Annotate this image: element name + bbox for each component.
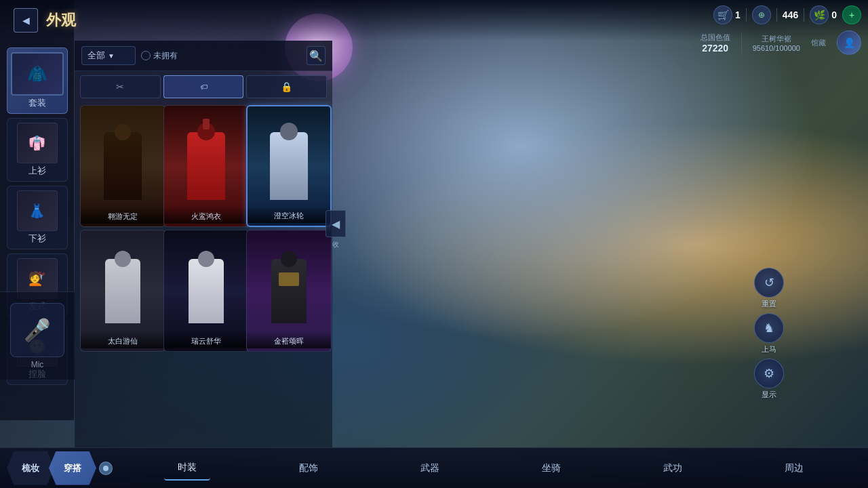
color-label: 总国色值 xyxy=(701,33,730,43)
collapse-btn-area: ◀ 收 xyxy=(326,210,346,249)
top-icon: 👘 xyxy=(28,135,45,151)
hud-divider-1 xyxy=(746,8,747,22)
mount-icon: ♞ xyxy=(754,313,784,343)
outfit-item-3[interactable]: 澄空冰轮 xyxy=(246,105,332,227)
nav-skill[interactable]: 武功 xyxy=(650,457,696,480)
reset-icon: ↺ xyxy=(754,268,784,298)
connector-inner xyxy=(103,466,108,471)
collapse-label: 收 xyxy=(326,240,346,249)
bottom-nav-items: 时装 配饰 武器 坐骑 武功 周边 xyxy=(113,456,868,481)
nav-misc[interactable]: 周边 xyxy=(771,457,817,480)
tab-groom[interactable]: 梳妆 xyxy=(7,451,54,485)
nav-accessory[interactable]: 配饰 xyxy=(285,457,332,480)
action-buttons: ↺ 重置 ♞ 上马 ⚙ 显示 xyxy=(751,268,787,400)
outfit-1-inner: 翱游无定 xyxy=(81,106,165,226)
connector-dot xyxy=(99,462,113,475)
outfit-2-char xyxy=(164,121,248,211)
main-content: 全部 ▼ 未拥有 🔍 ✂ 🏷 🔒 xyxy=(75,41,332,447)
mic-icon[interactable]: 🎤 xyxy=(10,303,64,357)
top-icon-frame: 👘 xyxy=(17,123,58,163)
hair-icon: 💇 xyxy=(28,270,45,287)
char-head-6 xyxy=(281,251,297,267)
category-suit[interactable]: 🧥 套装 xyxy=(7,47,68,114)
reset-label: 重置 xyxy=(762,299,776,309)
selected-item-1[interactable]: ✂ xyxy=(80,75,161,98)
wardrobe-label: 王树华裾 xyxy=(753,34,800,44)
wardrobe-avatar: 👤 xyxy=(837,30,861,55)
collapse-button[interactable]: ◀ xyxy=(326,210,346,237)
wardrobe-progress: 95610/100000 xyxy=(753,44,800,52)
back-button[interactable]: ◀ xyxy=(14,8,38,33)
item1-icon: ✂ xyxy=(116,81,124,92)
display-button[interactable]: ⚙ 显示 xyxy=(751,359,787,400)
char-body-3 xyxy=(270,132,308,200)
bottom-icon: 👗 xyxy=(28,203,45,219)
char-head-5 xyxy=(198,251,214,267)
item2-content: 🏷 xyxy=(200,83,208,91)
filter-all-dropdown[interactable]: 全部 ▼ xyxy=(81,46,136,65)
char-body-5 xyxy=(189,259,224,323)
nav-mount[interactable]: 坐骑 xyxy=(528,457,574,480)
shop-icon[interactable]: 🛒 xyxy=(713,5,732,24)
stats-bar: 总国色值 27220 王树华裾 95610/100000 馆藏 👤 xyxy=(701,30,861,55)
suit-label: 套装 xyxy=(10,97,64,109)
outfit-6-name: 金褡颂晖 xyxy=(247,331,331,348)
outfit-item-5[interactable]: 瑞云舒华 xyxy=(163,230,249,352)
wardrobe-suffix: 馆藏 xyxy=(811,38,826,48)
outfit-tab-bg: 穿搭 xyxy=(49,451,96,485)
color-stat: 总国色值 27220 xyxy=(701,33,730,54)
outfit-2-inner: 火鸾鸿衣 xyxy=(164,106,248,226)
unowned-radio[interactable] xyxy=(141,51,151,60)
category-bottom[interactable]: 👗 下衫 xyxy=(7,186,68,249)
bottom-nav: 梳妆 穿搭 时装 配饰 武器 坐骑 武功 周边 xyxy=(0,447,868,488)
wardrobe-stat: 王树华裾 95610/100000 xyxy=(753,34,800,52)
nav-weapon[interactable]: 武器 xyxy=(407,457,453,480)
outfit-item-6[interactable]: 金褡颂晖 xyxy=(246,230,332,352)
search-button[interactable]: 🔍 xyxy=(307,46,326,65)
color-value: 27220 xyxy=(701,43,730,54)
suit-icon-frame: 🧥 xyxy=(11,52,64,96)
left-panel: 🧥 套装 👘 上衫 👗 下衫 💇 发式 😶 捏脸 xyxy=(0,0,75,420)
char-ornament-2 xyxy=(203,119,210,129)
groom-tab-label: 梳妆 xyxy=(22,462,39,474)
hud-shop: 🛒 1 xyxy=(713,5,741,24)
top-label: 上衫 xyxy=(10,165,64,177)
outfit-6-char xyxy=(247,245,331,336)
outfit-item-4[interactable]: 太白游仙 xyxy=(80,230,165,352)
mount-button[interactable]: ♞ 上马 xyxy=(751,313,787,354)
hud-add[interactable]: + xyxy=(842,5,861,24)
outfit-5-name: 瑞云舒华 xyxy=(164,331,248,348)
add-icon[interactable]: + xyxy=(842,5,861,24)
nav-fashion[interactable]: 时装 xyxy=(164,456,210,481)
outfit-4-inner: 太白游仙 xyxy=(81,230,165,351)
page-title: 外观 xyxy=(46,10,76,30)
mic-area: 🎤 Mic xyxy=(0,291,75,380)
selected-item-2[interactable]: 🏷 xyxy=(163,75,244,98)
globe-icon[interactable]: 🌿 xyxy=(810,5,829,24)
outfit-tab-label: 穿搭 xyxy=(64,462,81,474)
tab-outfit[interactable]: 穿搭 xyxy=(49,451,96,485)
category-top[interactable]: 👘 上衫 xyxy=(7,118,68,182)
stats-divider xyxy=(741,33,742,53)
outfit-item-1[interactable]: 翱游无定 xyxy=(80,105,165,227)
groom-tab-bg: 梳妆 xyxy=(7,451,54,485)
outfit-3-name: 澄空冰轮 xyxy=(248,205,330,223)
char-head-1 xyxy=(115,124,131,140)
char-body-2 xyxy=(187,132,225,200)
bottom-icon-frame: 👗 xyxy=(17,190,58,231)
outfit-item-2[interactable]: 火鸾鸿衣 xyxy=(163,105,249,227)
filter-unowned[interactable]: 未拥有 xyxy=(141,50,178,62)
outfit-2-name: 火鸾鸿衣 xyxy=(164,206,248,224)
item3-icon: 🔒 xyxy=(281,81,292,92)
shop-count: 1 xyxy=(735,9,741,20)
selected-item-3[interactable]: 🔒 xyxy=(246,75,327,98)
currency1-value: 446 xyxy=(783,9,798,20)
char-head-3 xyxy=(280,123,298,140)
reset-button[interactable]: ↺ 重置 xyxy=(751,268,787,309)
currency2-value: 0 xyxy=(831,9,837,20)
char-body-1 xyxy=(104,132,142,200)
outfit-1-char xyxy=(81,121,165,211)
hud-currency1: 446 xyxy=(783,9,798,20)
special-icon[interactable]: ⊕ xyxy=(752,5,771,24)
display-label: 显示 xyxy=(762,390,776,400)
